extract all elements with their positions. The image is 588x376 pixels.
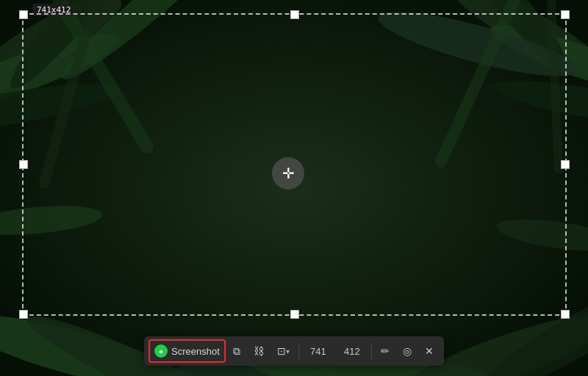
layers-icon: ⊡ xyxy=(277,345,286,357)
width-field[interactable]: 741 xyxy=(302,339,334,363)
dimensions-label: 741x412 xyxy=(32,4,75,16)
toolbar: ● Screenshot ⧉ ⛓ ⊡ ▾ 741 412 ✏ ◎ ✕ xyxy=(144,336,444,366)
pen-icon: ✏ xyxy=(381,345,390,357)
separator-2 xyxy=(371,343,372,359)
edit-button[interactable]: ✏ xyxy=(375,339,395,363)
dropdown-arrow: ▾ xyxy=(286,347,290,355)
screenshot-button[interactable]: ● Screenshot xyxy=(148,339,226,363)
move-icon: ✛ xyxy=(282,164,295,182)
close-button[interactable]: ✕ xyxy=(419,339,440,363)
duplicate-icon: ⧉ xyxy=(233,345,240,358)
close-icon: ✕ xyxy=(425,345,434,357)
layers-button[interactable]: ⊡ ▾ xyxy=(271,339,295,363)
visibility-button[interactable]: ◎ xyxy=(397,339,417,363)
move-handle[interactable]: ✛ xyxy=(272,157,304,189)
separator-1 xyxy=(298,343,299,359)
height-value: 412 xyxy=(342,346,362,357)
screenshot-type-icon: ● xyxy=(154,344,168,358)
link-button[interactable]: ⛓ xyxy=(248,339,270,363)
duplicate-button[interactable]: ⧉ xyxy=(227,339,246,363)
eye-icon: ◎ xyxy=(403,345,412,357)
link-icon: ⛓ xyxy=(254,345,264,357)
screenshot-label: Screenshot xyxy=(171,346,220,357)
height-field[interactable]: 412 xyxy=(336,339,368,363)
width-value: 741 xyxy=(308,346,329,357)
